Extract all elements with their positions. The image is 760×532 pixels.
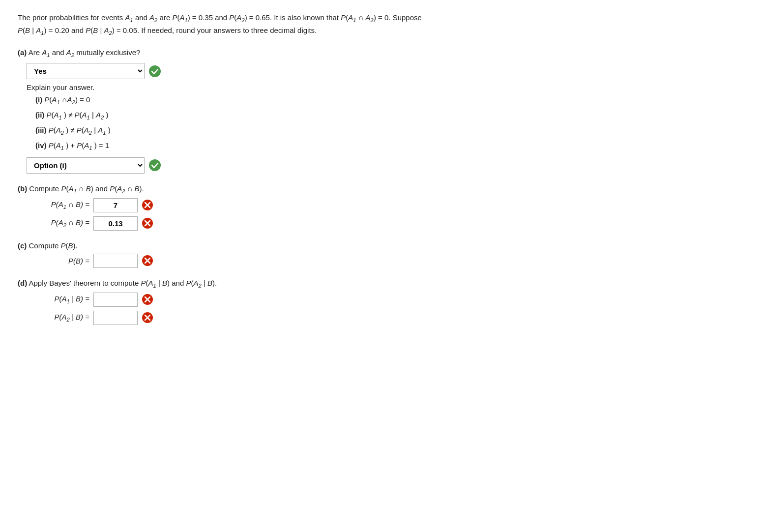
- option-ii: (ii) P(A1 ) ≠ P(A1 | A2 ): [35, 110, 425, 122]
- part-c-input[interactable]: [93, 254, 138, 268]
- part-a-explain-dropdown[interactable]: Option (i) Option (ii) Option (iii) Opti…: [27, 157, 145, 174]
- part-a-explain-check-icon: [148, 159, 161, 172]
- part-a-section: (a) Are A1 and A2 mutually exclusive? Ye…: [18, 48, 425, 174]
- part-b-row2-error-icon: [142, 217, 153, 229]
- part-a-question: Are A1 and A2 mutually exclusive?: [29, 48, 141, 57]
- part-d-row2: P(A2 | B) =: [35, 311, 425, 325]
- options-list: (i) P(A1 ∩A2) = 0 (ii) P(A1 ) ≠ P(A1 | A…: [35, 94, 425, 152]
- part-c-section: (c) Compute P(B). P(B) =: [18, 241, 425, 268]
- svg-point-1: [149, 159, 161, 171]
- part-c-label: (c): [18, 241, 27, 250]
- svg-point-0: [149, 65, 161, 77]
- part-b-row1-input[interactable]: [93, 198, 138, 212]
- part-b-row2-label: P(A2 ∩ B) =: [35, 218, 89, 228]
- part-c-error-icon: [142, 255, 153, 266]
- part-d-row1-error-icon: [142, 294, 153, 305]
- part-a-dropdown-wrap: Yes No: [27, 63, 161, 79]
- part-d-row2-input[interactable]: [93, 311, 138, 325]
- part-b-row1: P(A1 ∩ B) =: [35, 198, 425, 212]
- part-b-question: Compute P(A1 ∩ B) and P(A2 ∩ B).: [29, 184, 144, 193]
- part-d-row1-input[interactable]: [93, 293, 138, 307]
- part-d-row2-label: P(A2 | B) =: [35, 313, 89, 323]
- part-d-row1: P(A1 | B) =: [35, 293, 425, 307]
- part-a-label: (a): [18, 48, 27, 57]
- part-c-row-label: P(B) =: [35, 257, 89, 265]
- part-a-check-icon: [148, 65, 161, 78]
- part-d-row1-label: P(A1 | B) =: [35, 295, 89, 304]
- part-a-answer-row: Yes No: [27, 63, 425, 79]
- part-c-row: P(B) =: [35, 254, 425, 268]
- part-b-row2-input[interactable]: [93, 216, 138, 231]
- part-d-question: Apply Bayes' theorem to compute P(A1 | B…: [29, 279, 217, 287]
- part-a-explain-dropdown-wrap: Option (i) Option (ii) Option (iii) Opti…: [27, 157, 161, 174]
- part-b-label: (b): [18, 184, 27, 193]
- option-iii: (iii) P(A2 ) ≠ P(A2 | A1 ): [35, 125, 425, 137]
- part-a-explain-answer-row: Option (i) Option (ii) Option (iii) Opti…: [27, 157, 425, 174]
- part-d-section: (d) Apply Bayes' theorem to compute P(A1…: [18, 279, 425, 325]
- part-b-row2: P(A2 ∩ B) =: [35, 216, 425, 231]
- part-a-dropdown[interactable]: Yes No: [27, 63, 145, 79]
- option-i: (i) P(A1 ∩A2) = 0: [35, 94, 425, 107]
- part-c-question: Compute P(B).: [29, 241, 78, 250]
- part-d-row2-error-icon: [142, 312, 153, 324]
- part-d-label: (d): [18, 279, 27, 287]
- option-iv: (iv) P(A1 ) + P(A1 ) = 1: [35, 140, 425, 152]
- part-b-section: (b) Compute P(A1 ∩ B) and P(A2 ∩ B). P(A…: [18, 184, 425, 231]
- part-b-row1-error-icon: [142, 199, 153, 211]
- intro-paragraph: The prior probabilities for events A1 an…: [18, 12, 425, 37]
- explain-label: Explain your answer.: [27, 83, 425, 91]
- part-b-row1-label: P(A1 ∩ B) =: [35, 200, 89, 210]
